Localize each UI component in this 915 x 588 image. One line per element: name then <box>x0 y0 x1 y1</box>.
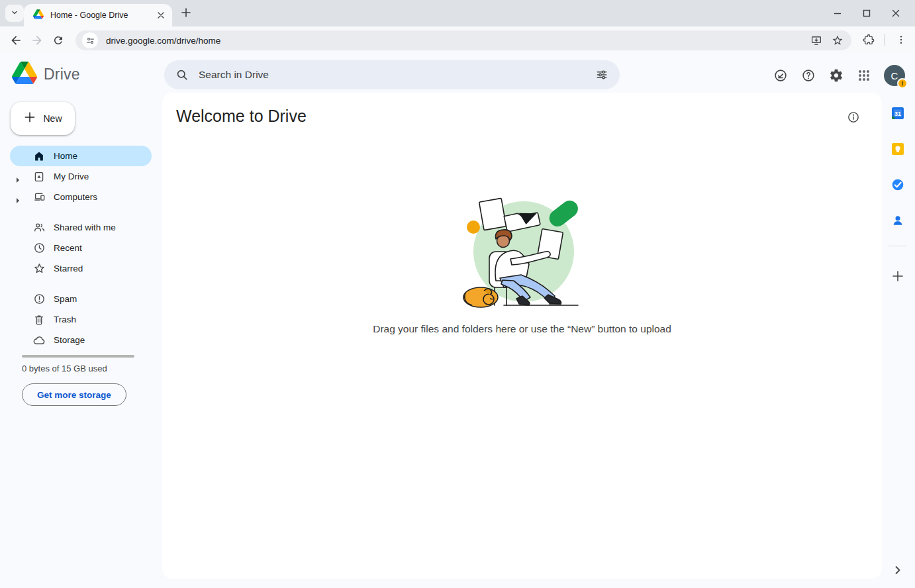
search-bar[interactable] <box>164 60 620 89</box>
site-info-icon[interactable] <box>82 32 98 48</box>
browser-menu-icon[interactable] <box>891 29 912 50</box>
sidebar-item-label: Computers <box>54 192 97 202</box>
minimize-icon[interactable] <box>828 3 847 23</box>
star-icon <box>32 262 46 275</box>
maximize-icon[interactable] <box>857 3 877 23</box>
info-icon[interactable] <box>843 107 864 128</box>
sidebar-item-label: My Drive <box>54 172 89 181</box>
empty-state-illustration <box>463 192 582 314</box>
reload-icon[interactable] <box>48 30 69 51</box>
offline-status-icon[interactable] <box>767 62 794 89</box>
sidebar-item-label: Storage <box>54 335 85 345</box>
storage-progressbar <box>22 355 134 358</box>
sidebar-item-computers[interactable]: Computers <box>10 187 152 207</box>
plus-icon <box>181 8 191 20</box>
bookmark-star-icon[interactable] <box>829 32 846 49</box>
search-icon[interactable] <box>171 64 193 86</box>
page-title: Welcome to Drive <box>176 107 307 126</box>
sidebar-item-my-drive[interactable]: My Drive <box>10 166 152 187</box>
add-panel-icon[interactable] <box>886 264 910 288</box>
get-more-storage-button[interactable]: Get more storage <box>22 383 126 406</box>
install-app-icon[interactable] <box>808 32 825 49</box>
drive-logo-icon <box>12 62 37 87</box>
trash-icon <box>32 313 46 326</box>
new-tab-button[interactable] <box>177 5 195 23</box>
calendar-icon[interactable]: 31 <box>886 101 910 125</box>
plus-icon <box>23 111 36 126</box>
back-icon[interactable] <box>5 30 26 51</box>
shared-people-icon <box>32 221 46 234</box>
sidebar-item-label: Shared with me <box>54 222 116 232</box>
sidebar-item-label: Spam <box>54 294 77 304</box>
close-icon[interactable] <box>886 3 906 23</box>
drive-app: Drive <box>0 54 915 588</box>
settings-gear-icon[interactable] <box>823 62 849 89</box>
sidebar: New Home My Drive <box>0 93 162 588</box>
search-filter-icon[interactable] <box>591 64 613 86</box>
home-icon <box>32 150 46 163</box>
sidebar-item-home[interactable]: Home <box>10 146 152 166</box>
computers-icon <box>32 191 46 204</box>
avatar-letter: C <box>891 70 898 81</box>
svg-text:31: 31 <box>894 111 901 117</box>
sidebar-item-trash[interactable]: Trash <box>10 309 152 330</box>
collapse-panel-icon[interactable] <box>886 558 910 582</box>
main-content: Welcome to Drive <box>162 93 882 579</box>
clock-icon <box>32 242 46 255</box>
url-text: drive.google.com/drive/home <box>106 36 804 46</box>
apps-grid-icon[interactable] <box>851 62 877 89</box>
toolbar-right <box>858 29 912 50</box>
tasks-icon[interactable] <box>886 173 910 197</box>
sidebar-nav: Home My Drive <box>10 146 152 350</box>
browser-tab[interactable]: Home - Google Drive <box>24 4 172 26</box>
account-avatar[interactable]: C ! <box>884 65 905 86</box>
storage-summary: 0 bytes of 15 GB used <box>22 364 107 373</box>
expand-caret-icon[interactable] <box>15 194 21 206</box>
account-alert-badge: ! <box>897 78 908 89</box>
sidebar-item-label: Trash <box>54 315 76 324</box>
my-drive-icon <box>32 170 46 183</box>
sidebar-item-label: Recent <box>54 243 82 253</box>
cloud-icon <box>32 334 46 347</box>
expand-caret-icon[interactable] <box>15 173 21 185</box>
search-input[interactable] <box>199 69 591 81</box>
tab-strip: Home - Google Drive <box>0 0 915 26</box>
sidebar-item-label: Starred <box>54 264 83 273</box>
extensions-icon[interactable] <box>858 29 879 50</box>
keep-icon[interactable] <box>886 137 910 161</box>
new-button-label: New <box>43 113 62 124</box>
toolbar-divider <box>885 34 885 46</box>
empty-state: Drag your files and folders here or use … <box>162 192 882 335</box>
sidebar-item-storage[interactable]: Storage <box>10 330 152 350</box>
help-icon[interactable] <box>795 62 822 89</box>
drive-wordmark: Drive <box>44 66 80 83</box>
tab-title: Home - Google Drive <box>50 11 155 20</box>
sidebar-item-starred[interactable]: Starred <box>10 258 152 279</box>
header-actions: C ! <box>767 62 905 89</box>
tab-search-button[interactable] <box>5 5 24 22</box>
url-bar[interactable]: drive.google.com/drive/home <box>75 30 851 50</box>
sidebar-item-recent[interactable]: Recent <box>10 238 152 258</box>
drive-favicon-icon <box>33 9 44 22</box>
sidebar-item-shared-with-me[interactable]: Shared with me <box>10 217 152 238</box>
empty-state-hint: Drag your files and folders here or use … <box>373 323 671 335</box>
side-panel-divider <box>889 246 907 246</box>
new-button[interactable]: New <box>11 102 75 135</box>
window-controls <box>828 0 911 26</box>
chevron-down-icon <box>11 7 19 19</box>
forward-icon[interactable] <box>26 30 48 51</box>
sidebar-item-label: Home <box>54 151 77 161</box>
spam-icon <box>32 293 46 306</box>
tab-close-icon[interactable] <box>155 9 167 21</box>
contacts-icon[interactable] <box>886 209 910 232</box>
drive-logo: Drive <box>12 62 80 87</box>
sidebar-item-spam[interactable]: Spam <box>10 289 152 309</box>
